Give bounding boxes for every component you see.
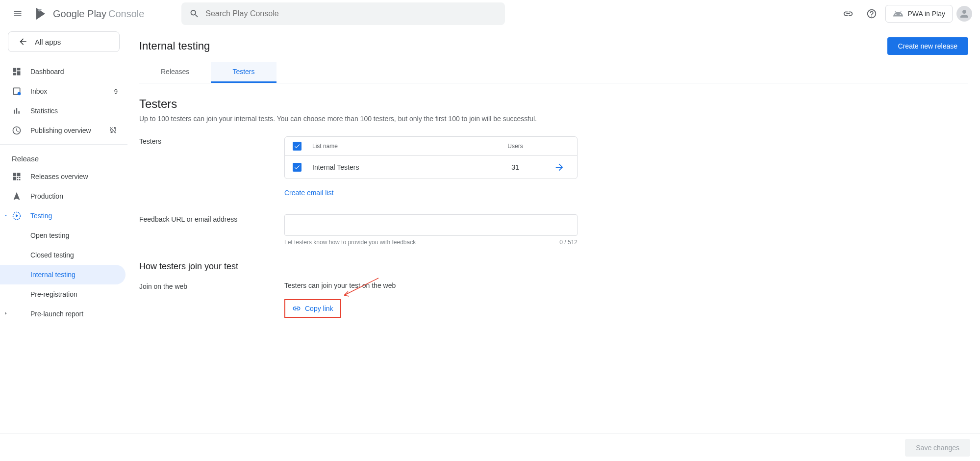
section-desc-testers: Up to 100 testers can join your internal… bbox=[139, 115, 968, 123]
pwa-badge[interactable]: PWA in Play bbox=[885, 5, 953, 23]
help-icon bbox=[866, 8, 877, 19]
svg-point-0 bbox=[18, 92, 21, 96]
nav-label: Closed testing bbox=[30, 251, 74, 259]
nav-label: Open testing bbox=[30, 231, 69, 239]
join-web-label: Join on the web bbox=[139, 282, 284, 290]
create-release-button[interactable]: Create new release bbox=[887, 37, 968, 55]
check-icon bbox=[294, 143, 301, 150]
inbox-icon bbox=[12, 86, 22, 96]
nav-badge: 9 bbox=[114, 88, 118, 95]
nav-label: Dashboard bbox=[30, 68, 64, 76]
android-icon bbox=[893, 8, 904, 19]
logo-text-play: Google Play bbox=[53, 8, 106, 20]
nav-label: Pre-launch report bbox=[30, 310, 83, 318]
sync-off-icon bbox=[109, 126, 118, 136]
tab-releases[interactable]: Releases bbox=[139, 62, 211, 83]
nav-label: Testing bbox=[30, 212, 52, 220]
col-header-users: Users bbox=[481, 143, 550, 150]
row-users: 31 bbox=[481, 163, 550, 171]
row-action[interactable] bbox=[550, 162, 569, 173]
feedback-input[interactable] bbox=[284, 214, 578, 236]
nav-section-release: Release bbox=[0, 149, 127, 167]
row-checkbox[interactable] bbox=[293, 163, 302, 172]
caret-right-icon bbox=[3, 310, 9, 318]
search-input[interactable] bbox=[205, 9, 497, 18]
create-email-list-link[interactable]: Create email list bbox=[284, 189, 578, 197]
avatar[interactable] bbox=[956, 6, 972, 22]
search-icon bbox=[189, 8, 200, 19]
releases-icon bbox=[12, 172, 22, 181]
sidebar: All apps Dashboard Inbox 9 Statistics Pu… bbox=[0, 27, 127, 357]
statistics-icon bbox=[12, 106, 22, 116]
dashboard-icon bbox=[12, 67, 22, 77]
feedback-count: 0 / 512 bbox=[559, 239, 578, 246]
link-icon bbox=[843, 8, 854, 19]
nav-closed-testing[interactable]: Closed testing bbox=[0, 245, 126, 265]
nav-label: Statistics bbox=[30, 107, 58, 115]
nav-open-testing[interactable]: Open testing bbox=[0, 226, 126, 245]
page-title: Internal testing bbox=[139, 40, 210, 52]
how-testers-join-heading: How testers join your test bbox=[139, 261, 968, 272]
link-button[interactable] bbox=[838, 4, 858, 24]
all-apps-label: All apps bbox=[35, 38, 61, 46]
nav-dashboard[interactable]: Dashboard bbox=[0, 62, 126, 81]
nav-publishing-overview[interactable]: Publishing overview bbox=[0, 121, 126, 140]
table-header: List name Users bbox=[285, 137, 577, 156]
feedback-help: Let testers know how to provide you with… bbox=[284, 239, 416, 246]
testers-row-label: Testers bbox=[139, 136, 284, 145]
copy-link-button[interactable]: Copy link bbox=[284, 299, 341, 318]
testing-icon bbox=[12, 211, 22, 221]
logo[interactable]: Google Play Console bbox=[33, 6, 144, 22]
join-web-desc: Testers can join your test on the web bbox=[284, 282, 578, 289]
nav-label: Publishing overview bbox=[30, 127, 91, 134]
tabs: Releases Testers bbox=[139, 62, 968, 83]
annotation-arrow-icon bbox=[339, 276, 383, 300]
select-all-checkbox[interactable] bbox=[293, 142, 302, 151]
search-box[interactable] bbox=[181, 2, 505, 25]
nav-statistics[interactable]: Statistics bbox=[0, 101, 126, 121]
nav-label: Inbox bbox=[30, 87, 47, 95]
play-console-icon bbox=[33, 6, 49, 22]
publishing-icon bbox=[12, 126, 22, 135]
col-header-name: List name bbox=[312, 143, 481, 150]
feedback-label: Feedback URL or email address bbox=[139, 214, 284, 223]
help-button[interactable] bbox=[862, 4, 881, 24]
nav-label: Pre-registration bbox=[30, 290, 77, 298]
copy-link-text: Copy link bbox=[305, 305, 333, 312]
testers-table: List name Users Internal Testers 31 bbox=[284, 136, 578, 179]
menu-button[interactable] bbox=[8, 4, 27, 24]
tab-testers[interactable]: Testers bbox=[211, 62, 276, 83]
nav-production[interactable]: Production bbox=[0, 186, 126, 206]
nav-releases-overview[interactable]: Releases overview bbox=[0, 167, 126, 186]
section-title-testers: Testers bbox=[139, 97, 968, 111]
arrow-right-icon bbox=[554, 162, 565, 173]
caret-down-icon bbox=[3, 212, 9, 220]
nav-testing[interactable]: Testing bbox=[0, 206, 126, 226]
nav-label: Releases overview bbox=[30, 173, 88, 180]
table-row: Internal Testers 31 bbox=[285, 156, 577, 179]
person-icon bbox=[958, 8, 970, 20]
arrow-left-icon bbox=[18, 37, 28, 47]
nav-inbox[interactable]: Inbox 9 bbox=[0, 81, 126, 101]
pwa-badge-text: PWA in Play bbox=[907, 10, 945, 18]
nav-divider bbox=[0, 144, 127, 145]
hamburger-icon bbox=[13, 9, 23, 19]
nav-internal-testing[interactable]: Internal testing bbox=[0, 265, 126, 284]
nav-label: Internal testing bbox=[30, 271, 75, 279]
nav-pre-launch-report[interactable]: Pre-launch report bbox=[0, 304, 126, 324]
link-icon bbox=[292, 304, 301, 313]
all-apps-button[interactable]: All apps bbox=[8, 31, 120, 52]
production-icon bbox=[12, 191, 22, 201]
logo-text-console: Console bbox=[108, 8, 144, 20]
check-icon bbox=[294, 164, 301, 171]
nav-pre-registration[interactable]: Pre-registration bbox=[0, 284, 126, 304]
row-name: Internal Testers bbox=[312, 163, 481, 171]
nav-label: Production bbox=[30, 192, 63, 200]
